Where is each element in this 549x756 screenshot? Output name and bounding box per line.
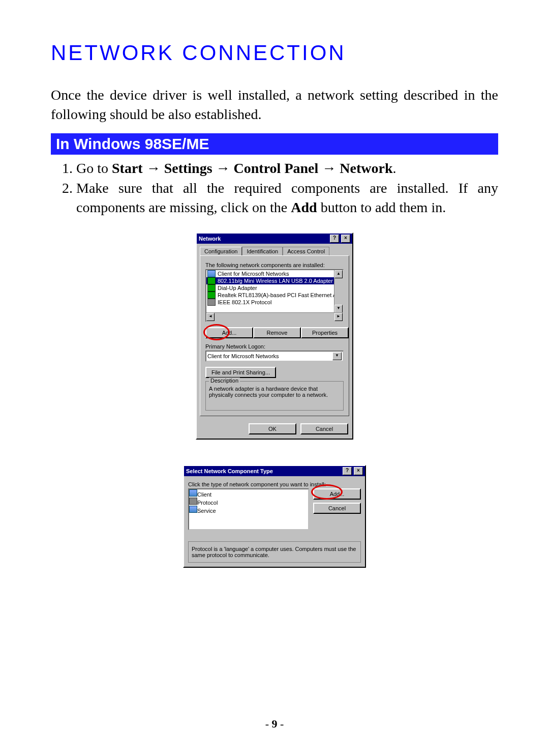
tab-access-control[interactable]: Access Control — [283, 247, 329, 255]
list-item[interactable]: Client — [189, 489, 308, 498]
page-heading: NETWORK CONNECTION — [51, 41, 498, 65]
protocol-icon — [207, 299, 216, 306]
client-icon — [207, 270, 216, 277]
ok-button[interactable]: OK — [249, 423, 296, 434]
network-dialog: Network ? × Configuration Identification… — [196, 232, 353, 440]
step-2: Make sure that all the required componen… — [76, 179, 498, 217]
description-group: Protocol is a 'language' a computer uses… — [188, 541, 361, 563]
adapter-icon — [207, 292, 216, 299]
help-icon[interactable]: ? — [343, 467, 352, 475]
installed-label: The following network components are ins… — [205, 262, 344, 268]
scroll-down-icon[interactable]: ▼ — [334, 305, 343, 313]
properties-button[interactable]: Properties — [301, 327, 349, 338]
description-text: A network adapter is a hardware device t… — [209, 386, 340, 406]
primary-logon-label: Primary Network Logon: — [205, 343, 344, 350]
close-icon[interactable]: × — [341, 235, 350, 243]
dropdown-value: Client for Microsoft Networks — [207, 353, 279, 359]
step-1: Go to Start → Settings → Control Panel →… — [76, 159, 498, 178]
add-button[interactable]: Add... — [205, 327, 253, 338]
dialog-titlebar[interactable]: Select Network Component Type ? × — [184, 466, 365, 476]
page-number: - 9 - — [0, 717, 549, 731]
scroll-up-icon[interactable]: ▲ — [334, 270, 343, 278]
service-icon — [189, 506, 197, 513]
dialog-title: Select Network Component Type — [186, 468, 341, 474]
scrollbar-vertical[interactable]: ▲ ▼ — [334, 270, 343, 313]
adapter-icon — [207, 277, 216, 284]
close-icon[interactable]: × — [354, 467, 363, 475]
components-listbox[interactable]: Client for Microsoft Networks 802.11b/g … — [205, 269, 344, 322]
scroll-right-icon[interactable]: ► — [334, 313, 343, 321]
tab-configuration[interactable]: Configuration — [200, 247, 242, 255]
list-item[interactable]: Service — [189, 506, 308, 514]
remove-button[interactable]: Remove — [253, 327, 301, 338]
primary-logon-select[interactable]: Client for Microsoft Networks ▼ — [205, 351, 344, 362]
list-item[interactable]: Dial-Up Adapter — [206, 284, 343, 292]
list-item[interactable]: Client for Microsoft Networks — [206, 270, 343, 277]
dialog-title: Network — [199, 236, 328, 242]
intro-paragraph: Once the device driver is well installed… — [51, 85, 498, 124]
adapter-icon — [207, 284, 216, 292]
tab-strip: Configuration Identification Access Cont… — [197, 244, 352, 255]
instruction-label: Click the type of network component you … — [188, 481, 361, 487]
section-header: In Windows 98SE/ME — [51, 133, 498, 155]
list-item[interactable]: 802.11b/g Mini Wireless LAN USB 2.0 Adap… — [206, 277, 343, 284]
description-text: Protocol is a 'language' a computer uses… — [192, 546, 357, 558]
select-component-dialog: Select Network Component Type ? × Click … — [183, 465, 366, 568]
list-item[interactable]: Realtek RTL8139(A)-based PCI Fast Ethern… — [206, 292, 343, 299]
client-icon — [189, 489, 197, 497]
description-group: Description A network adapter is a hardw… — [205, 381, 344, 411]
group-label: Description — [209, 377, 240, 384]
component-types-listbox[interactable]: Client Protocol Service — [188, 488, 309, 530]
tab-identification[interactable]: Identification — [242, 247, 283, 255]
protocol-icon — [189, 498, 197, 505]
cancel-button[interactable]: Cancel — [313, 503, 361, 514]
list-item[interactable]: Protocol — [189, 498, 308, 506]
file-print-sharing-button[interactable]: File and Print Sharing... — [205, 367, 276, 378]
add-button[interactable]: Add... — [313, 488, 361, 500]
list-item[interactable]: IEEE 802.1X Protocol — [206, 299, 343, 306]
cancel-button[interactable]: Cancel — [300, 423, 348, 434]
dialog-titlebar[interactable]: Network ? × — [197, 234, 352, 244]
scrollbar-horizontal[interactable]: ◄ ► — [206, 312, 343, 321]
help-icon[interactable]: ? — [330, 235, 339, 243]
scroll-left-icon[interactable]: ◄ — [206, 313, 215, 321]
chevron-down-icon[interactable]: ▼ — [332, 352, 342, 360]
